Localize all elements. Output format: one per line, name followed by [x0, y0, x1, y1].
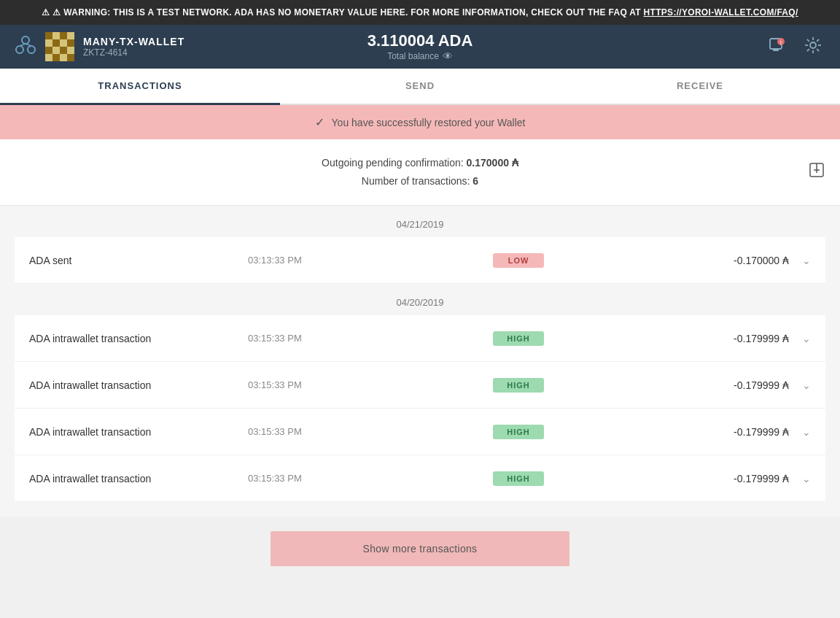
wallet-id: ZKTZ-4614	[83, 47, 184, 58]
transaction-row[interactable]: ADA intrawallet transaction 03:15:33 PM …	[15, 362, 825, 409]
svg-line-25	[817, 39, 819, 41]
notifications-button[interactable]: !	[765, 33, 790, 61]
warning-text: ⚠ WARNING: THIS IS A TEST NETWORK. ADA H…	[52, 7, 643, 18]
transaction-row[interactable]: ADA intrawallet transaction 03:15:33 PM …	[15, 455, 825, 502]
transaction-row[interactable]: ADA intrawallet transaction 03:15:33 PM …	[15, 315, 825, 362]
tx-time: 03:15:33 PM	[248, 379, 365, 390]
wallet-info: MANY-TX-WALLET ZKTZ-4614	[83, 36, 184, 58]
warning-banner: ⚠ ⚠ WARNING: THIS IS A TEST NETWORK. ADA…	[0, 0, 840, 25]
balance-amount: 3.110004 ADA	[368, 31, 473, 50]
chevron-down-icon[interactable]: ⌄	[789, 473, 811, 484]
tx-confidence: LOW	[365, 253, 672, 268]
tx-label: ADA intrawallet transaction	[29, 333, 248, 344]
toggle-balance-visibility[interactable]: 👁	[443, 50, 453, 62]
svg-rect-12	[52, 54, 60, 61]
chevron-down-icon[interactable]: ⌄	[789, 255, 811, 266]
svg-rect-13	[67, 54, 74, 61]
tx-count: 6	[472, 175, 478, 187]
tx-confidence: HIGH	[365, 425, 672, 439]
tx-label: ADA sent	[29, 255, 248, 266]
tx-time: 03:13:33 PM	[248, 255, 365, 266]
tx-label: ADA intrawallet transaction	[29, 473, 248, 484]
svg-rect-11	[60, 47, 67, 54]
summary-section: Outgoing pending confirmation: 0.170000 …	[0, 139, 840, 206]
confidence-badge: HIGH	[493, 378, 544, 393]
pending-label: Outgoing pending confirmation:	[322, 157, 464, 169]
tx-count-label: Number of transactions:	[362, 175, 470, 187]
svg-line-24	[817, 49, 819, 51]
success-message: You have successfully restored your Wall…	[332, 117, 526, 128]
tx-label: ADA intrawallet transaction	[29, 379, 248, 391]
transaction-row[interactable]: ADA sent 03:13:33 PM LOW -0.170000 ₳ ⌄	[15, 237, 825, 284]
svg-point-0	[22, 36, 29, 44]
pending-amount: 0.170000 ₳	[467, 157, 518, 169]
transactions-container: 04/21/2019 ADA sent 03:13:33 PM LOW -0.1…	[0, 206, 840, 517]
chevron-down-icon[interactable]: ⌄	[789, 379, 811, 391]
svg-rect-8	[60, 32, 67, 39]
svg-rect-10	[45, 47, 52, 54]
date-separator: 04/21/2019	[15, 206, 825, 237]
svg-line-3	[20, 44, 26, 46]
logo-icon[interactable]	[15, 34, 36, 59]
svg-rect-15	[773, 49, 779, 51]
tx-confidence: HIGH	[365, 378, 672, 393]
nav-tabs: TRANSACTIONS SEND RECEIVE	[0, 69, 840, 105]
success-banner: ✓ You have successfully restored your Wa…	[0, 105, 840, 139]
header-right: !	[765, 33, 825, 61]
tab-transactions[interactable]: TRANSACTIONS	[0, 69, 280, 105]
settings-button[interactable]	[801, 33, 825, 61]
tx-time: 03:15:33 PM	[248, 426, 365, 437]
tx-confidence: HIGH	[365, 471, 672, 486]
svg-text:!: !	[780, 40, 782, 45]
svg-rect-7	[52, 39, 60, 47]
confidence-badge: HIGH	[493, 471, 544, 486]
tx-amount: -0.179999 ₳	[672, 333, 789, 344]
svg-point-1	[16, 46, 23, 53]
chevron-down-icon[interactable]: ⌄	[789, 333, 811, 344]
tx-time: 03:15:33 PM	[248, 473, 365, 484]
wallet-name: MANY-TX-WALLET	[83, 36, 184, 47]
tx-time: 03:15:33 PM	[248, 333, 365, 344]
tx-amount: -0.170000 ₳	[672, 255, 789, 266]
header-center: 3.110004 ADA Total balance 👁	[368, 31, 473, 62]
tx-amount: -0.179999 ₳	[672, 379, 789, 391]
show-more-container: Show more transactions	[0, 517, 840, 588]
header-left: MANY-TX-WALLET ZKTZ-4614	[15, 32, 184, 61]
svg-point-2	[28, 46, 35, 53]
tx-amount: -0.179999 ₳	[672, 426, 789, 438]
svg-line-4	[26, 44, 31, 46]
confidence-badge: HIGH	[493, 425, 544, 439]
warning-icon: ⚠	[42, 7, 50, 18]
export-button[interactable]	[808, 161, 825, 183]
tx-confidence: HIGH	[365, 331, 672, 346]
success-check-icon: ✓	[315, 115, 324, 129]
svg-line-23	[807, 39, 809, 41]
svg-line-26	[807, 49, 809, 51]
confidence-badge: LOW	[493, 253, 544, 268]
svg-point-18	[810, 42, 816, 48]
tx-amount: -0.179999 ₳	[672, 473, 789, 484]
show-more-button[interactable]: Show more transactions	[271, 531, 569, 566]
header: MANY-TX-WALLET ZKTZ-4614 3.110004 ADA To…	[0, 25, 840, 69]
tab-receive[interactable]: RECEIVE	[560, 69, 840, 105]
summary-text: Outgoing pending confirmation: 0.170000 …	[322, 154, 518, 190]
transaction-row[interactable]: ADA intrawallet transaction 03:15:33 PM …	[15, 409, 825, 455]
confidence-badge: HIGH	[493, 331, 544, 346]
tab-send[interactable]: SEND	[280, 69, 560, 105]
warning-link[interactable]: HTTPS://YOROI-WALLET.COM/FAQ/	[644, 7, 798, 18]
chevron-down-icon[interactable]: ⌄	[789, 426, 811, 438]
date-separator: 04/20/2019	[15, 284, 825, 315]
wallet-avatar	[45, 32, 74, 61]
svg-rect-6	[45, 32, 52, 39]
balance-label: Total balance 👁	[368, 50, 473, 62]
tx-label: ADA intrawallet transaction	[29, 426, 248, 438]
svg-rect-9	[67, 39, 74, 47]
